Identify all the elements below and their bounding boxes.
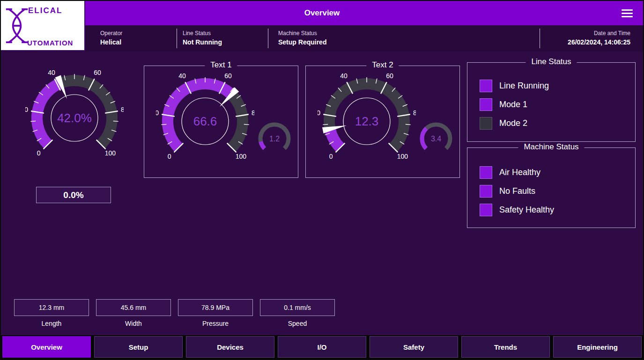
svg-text:0: 0	[329, 153, 333, 160]
svg-text:80: 80	[121, 106, 124, 113]
text1-small-gauge: 1.2	[253, 117, 296, 162]
line-running-row: Line Running	[480, 79, 549, 92]
no-faults-indicator	[480, 185, 492, 198]
text2-panel-title: Text 2	[366, 60, 399, 70]
nav-overview[interactable]: Overview	[2, 336, 91, 358]
page-title: Overview	[1, 8, 643, 18]
no-faults-label: No Faults	[499, 186, 535, 196]
operator-info: Operator Helical	[100, 30, 122, 46]
text1-panel-title: Text 1	[205, 60, 237, 70]
svg-text:100: 100	[105, 149, 116, 157]
divider	[177, 29, 177, 48]
svg-text:20: 20	[156, 109, 159, 117]
svg-text:66.6: 66.6	[193, 114, 217, 128]
machine-status-label: Machine Status	[278, 30, 326, 37]
air-healthy-label: Air Healthy	[499, 168, 540, 177]
text2-small-gauge: 3.4	[415, 117, 458, 162]
main-gauge: 02040608010042.0%	[25, 67, 124, 168]
speed-label: Speed	[260, 320, 335, 327]
divider	[540, 29, 540, 48]
svg-text:40: 40	[178, 72, 186, 80]
svg-text:60: 60	[94, 69, 101, 76]
mode1-row: Mode 1	[480, 98, 527, 111]
safety-healthy-label: Safety Healthy	[499, 205, 554, 215]
datetime-label: Date and Time	[568, 30, 630, 37]
line-status-label: Line Status	[183, 30, 222, 37]
nav-setup[interactable]: Setup	[94, 336, 183, 358]
line-running-indicator	[480, 80, 492, 92]
length-label: Length	[14, 320, 89, 327]
helix-logo-icon	[5, 4, 29, 47]
header-bar: Overview	[1, 1, 643, 25]
svg-text:0: 0	[168, 153, 171, 160]
mode2-indicator	[480, 117, 492, 130]
svg-text:40: 40	[48, 69, 55, 76]
text1-panel: Text 1 02040608010066.6 1.2	[144, 66, 298, 178]
nav-bar: Overview Setup Devices I/O Safety Trends…	[1, 335, 643, 360]
svg-text:100: 100	[236, 153, 247, 160]
svg-text:60: 60	[386, 72, 393, 80]
svg-text:60: 60	[224, 72, 232, 80]
text2-panel: Text 2 02040608010012.3 3.4	[305, 66, 460, 178]
svg-text:1.2: 1.2	[269, 135, 280, 143]
air-healthy-row: Air Healthy	[480, 166, 540, 179]
svg-text:80: 80	[413, 109, 416, 117]
svg-text:3.4: 3.4	[431, 135, 441, 143]
safety-healthy-indicator	[480, 204, 492, 216]
air-healthy-indicator	[480, 166, 492, 179]
safety-healthy-row: Safety Healthy	[480, 203, 554, 216]
machine-status-panel: Machine Status Air Healthy No Faults Saf…	[467, 147, 636, 228]
svg-text:100: 100	[397, 153, 408, 160]
line-status-info: Line Status Not Running	[183, 30, 222, 46]
nav-safety[interactable]: Safety	[370, 336, 458, 358]
operator-label: Operator	[100, 30, 122, 37]
logo-text-top: ELICAL	[28, 6, 62, 15]
speed-value: 0.1 mm/s	[260, 299, 335, 316]
info-bar: Operator Helical Line Status Not Running…	[1, 25, 643, 51]
text2-gauge: 02040608010012.3	[318, 71, 416, 171]
svg-text:12.3: 12.3	[355, 114, 379, 128]
machine-status-info: Machine Status Setup Required	[278, 30, 326, 46]
pressure-label: Pressure	[178, 320, 253, 327]
hamburger-menu-icon[interactable]	[622, 9, 633, 19]
svg-text:20: 20	[318, 109, 320, 117]
line-status-panel-title: Line Status	[526, 57, 577, 66]
hmi-screen: Overview Operator Helical Line Status No…	[0, 0, 644, 360]
width-value: 45.6 mm	[96, 299, 171, 316]
mode2-label: Mode 2	[499, 118, 527, 128]
svg-text:80: 80	[252, 109, 254, 117]
length-value: 12.3 mm	[14, 299, 89, 316]
machine-status-value: Setup Required	[278, 38, 326, 46]
svg-text:42.0%: 42.0%	[57, 111, 92, 125]
line-status-value: Not Running	[183, 38, 222, 46]
width-label: Width	[96, 320, 171, 327]
operator-value: Helical	[100, 38, 122, 46]
logo: ELICAL UTOMATION	[1, 1, 85, 51]
svg-text:20: 20	[25, 106, 28, 113]
no-faults-row: No Faults	[480, 184, 535, 198]
line-status-panel: Line Status Line Running Mode 1 Mode 2	[467, 62, 636, 142]
svg-text:40: 40	[340, 72, 348, 80]
divider	[268, 29, 268, 48]
datetime-value: 26/02/2024, 14:06:25	[568, 38, 630, 46]
datetime-info: Date and Time 26/02/2024, 14:06:25	[568, 30, 630, 46]
line-running-label: Line Running	[499, 81, 549, 91]
logo-text-bottom: UTOMATION	[27, 39, 73, 47]
nav-io[interactable]: I/O	[278, 336, 366, 358]
mode1-indicator	[480, 98, 492, 111]
pressure-value: 78.9 MPa	[178, 299, 253, 316]
machine-status-panel-title: Machine Status	[518, 142, 584, 152]
mode1-label: Mode 1	[499, 100, 527, 110]
nav-devices[interactable]: Devices	[186, 336, 274, 358]
percent-readout: 0.0%	[36, 187, 111, 203]
svg-text:0: 0	[37, 149, 41, 157]
nav-trends[interactable]: Trends	[461, 336, 550, 358]
nav-engineering[interactable]: Engineering	[553, 336, 642, 358]
text1-gauge: 02040608010066.6	[156, 71, 254, 171]
mode2-row: Mode 2	[480, 117, 527, 130]
